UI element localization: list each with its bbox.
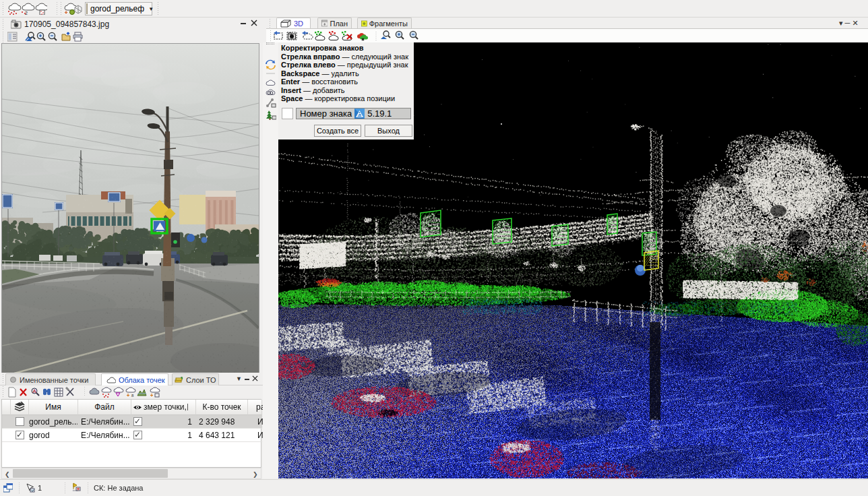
svg-text:2: 2 [25,11,28,15]
svg-text:8: 8 [131,394,134,398]
svg-text:A: A [33,388,37,394]
